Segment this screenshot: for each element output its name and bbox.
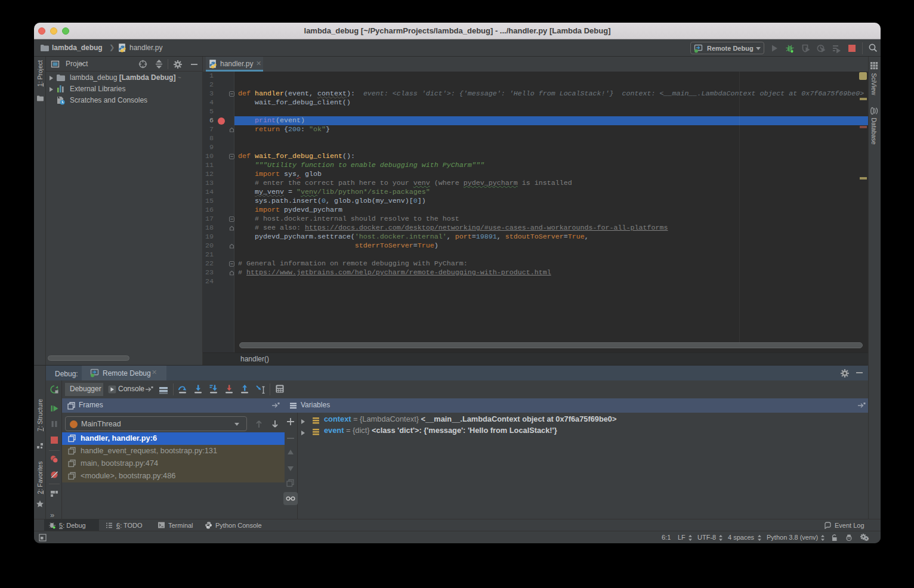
svg-text:?: ? [866, 537, 869, 541]
